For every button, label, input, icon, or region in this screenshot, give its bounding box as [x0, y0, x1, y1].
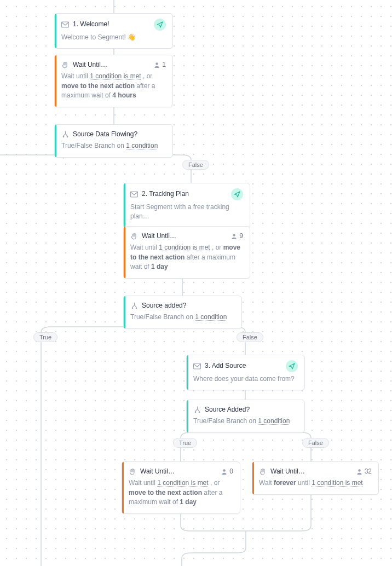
svg-point-28: [194, 411, 196, 413]
email-icon: [61, 21, 69, 28]
svg-point-21: [62, 136, 64, 137]
count-value: 0: [229, 467, 233, 476]
node-title: Wait Until…: [142, 232, 227, 241]
send-icon: [154, 19, 166, 31]
branch-icon: [193, 406, 201, 414]
svg-point-22: [66, 136, 68, 137]
svg-point-29: [198, 411, 200, 413]
accent-bar: [124, 227, 125, 278]
hand-icon: [61, 61, 69, 69]
node-title: Source Added?: [205, 405, 298, 414]
branch-label-false: False: [302, 438, 329, 448]
node-description: Wait forever until 1 condition is met: [259, 478, 372, 488]
node-branch-source-added-2[interactable]: Source Added? True/False Branch on 1 con…: [186, 400, 305, 433]
node-welcome-email[interactable]: 1. Welcome! Welcome to Segment! 👋: [54, 13, 173, 49]
node-wait-3[interactable]: Wait Until… 0 Wait until 1 condition is …: [122, 461, 240, 514]
accent-bar: [124, 183, 125, 228]
svg-point-25: [131, 307, 133, 309]
email-icon: [193, 362, 201, 370]
send-icon: [286, 360, 298, 372]
node-wait-4[interactable]: Wait Until… 32 Wait forever until 1 cond…: [252, 461, 379, 495]
send-icon: [231, 188, 243, 200]
count-value: 32: [365, 467, 372, 476]
branch-icon: [61, 131, 69, 138]
node-description: Wait until 1 condition is met , or move …: [130, 243, 243, 272]
email-icon: [130, 190, 138, 198]
accent-bar: [187, 355, 188, 390]
node-title: Source Data Flowing?: [73, 130, 166, 139]
person-icon: [231, 233, 237, 240]
svg-point-31: [358, 469, 360, 471]
flow-canvas[interactable]: 1. Welcome! Welcome to Segment! 👋 Wait U…: [0, 0, 392, 566]
node-subtitle: Where does your data come from?: [193, 374, 298, 384]
branch-label-false: False: [182, 160, 209, 170]
node-title: 2. Tracking Plan: [142, 189, 227, 199]
count-value: 1: [162, 60, 166, 70]
branch-icon: [130, 302, 138, 310]
node-subtitle: Welcome to Segment! 👋: [61, 33, 166, 42]
hand-icon: [259, 468, 267, 476]
accent-bar: [252, 462, 254, 494]
accent-bar: [55, 125, 56, 157]
node-description: True/False Branch on 1 condition: [193, 417, 298, 426]
node-branch-source-added[interactable]: Source added? True/False Branch on 1 con…: [123, 296, 242, 329]
node-wait-1[interactable]: Wait Until… 1 Wait until 1 condition is …: [54, 55, 173, 107]
node-wait-2[interactable]: Wait Until… 9 Wait until 1 condition is …: [123, 226, 250, 279]
node-branch-source-data-flowing[interactable]: Source Data Flowing? True/False Branch o…: [54, 124, 173, 158]
accent-bar: [187, 400, 188, 432]
count-value: 9: [239, 232, 243, 241]
node-subtitle: Start Segment with a free tracking plan…: [130, 203, 243, 222]
accent-bar: [55, 14, 56, 48]
accent-bar: [124, 296, 125, 328]
svg-point-20: [156, 62, 158, 65]
node-title: 3. Add Source: [205, 361, 282, 371]
person-icon: [356, 469, 362, 475]
node-add-source-email[interactable]: 3. Add Source Where does your data come …: [186, 355, 305, 390]
person-count: 32: [356, 467, 372, 476]
branch-label-true: True: [33, 332, 57, 342]
person-count: 0: [221, 467, 233, 476]
node-description: Wait until 1 condition is met , or move …: [61, 72, 166, 100]
node-description: True/False Branch on 1 condition: [130, 313, 235, 322]
branch-label-true: True: [173, 438, 197, 448]
node-title: 1. Welcome!: [73, 20, 150, 29]
accent-bar: [122, 462, 124, 513]
person-count: 9: [231, 232, 243, 241]
hand-icon: [129, 468, 136, 476]
node-title: Source added?: [142, 301, 235, 310]
accent-bar: [55, 55, 56, 107]
node-title: Wait Until…: [270, 467, 353, 476]
person-icon: [154, 62, 160, 68]
node-title: Wait Until…: [140, 467, 217, 476]
node-description: True/False Branch on 1 condition: [61, 141, 166, 151]
person-count: 1: [154, 60, 166, 70]
node-description: Wait until 1 condition is met , or move …: [129, 478, 233, 507]
svg-point-30: [223, 469, 226, 471]
hand-icon: [130, 233, 138, 240]
node-tracking-plan-email[interactable]: 2. Tracking Plan Start Segment with a fr…: [123, 183, 250, 228]
svg-point-26: [135, 307, 137, 309]
person-icon: [221, 469, 227, 475]
node-title: Wait Until…: [73, 60, 150, 70]
branch-label-false: False: [237, 332, 263, 342]
svg-point-24: [233, 234, 235, 236]
